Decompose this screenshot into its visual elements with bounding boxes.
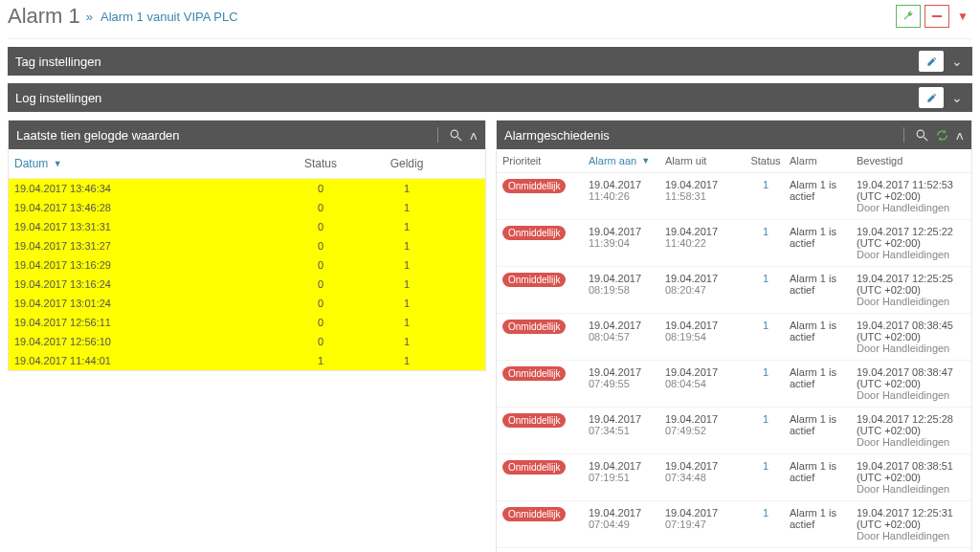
cell-prioriteit: Onmiddellijk [502, 507, 589, 521]
cell-status: 0 [263, 259, 378, 271]
priority-badge: Onmiddellijk [502, 273, 566, 287]
cell-alarm-aan: 19.04.201708:04:57 [589, 320, 665, 342]
cell-status: 0 [263, 183, 378, 194]
panel-tag-edit-button[interactable] [919, 51, 944, 72]
cell-status[interactable]: 1 [742, 179, 790, 190]
col-header-datum-label: Datum [14, 157, 48, 170]
col-header-geldig[interactable]: Geldig [378, 157, 435, 170]
card-alarm-history: Alarmgeschiedenis ʌ Prioriteit Alarm aan [496, 120, 972, 552]
table-row[interactable]: Onmiddellijk19.04.201711:40:2619.04.2017… [497, 173, 971, 220]
cell-datum: 19.04.2017 13:31:31 [14, 221, 263, 232]
search-icon[interactable] [916, 129, 928, 142]
cell-prioriteit: Onmiddellijk [502, 320, 589, 334]
table-row[interactable]: Onmiddellijk19.04.201707:49:5519.04.2017… [497, 361, 971, 408]
cell-geldig: 1 [378, 202, 435, 213]
delete-button[interactable] [924, 5, 949, 28]
more-menu-caret[interactable]: ▼ [953, 10, 972, 23]
search-icon[interactable] [450, 129, 462, 142]
cell-alarm-uit: 19.04.201711:40:22 [665, 226, 742, 249]
priority-badge: Onmiddellijk [502, 413, 566, 428]
cell-bevestigd: 19.04.2017 08:38:45 (UTC +02:00)Door Han… [857, 320, 966, 354]
cell-alarm-uit: 19.04.201707:49:52 [665, 413, 742, 436]
table-row[interactable]: 19.04.2017 13:16:2901 [9, 255, 485, 275]
panel-tag-toggle[interactable]: ⌄ [949, 54, 965, 69]
col-header-alarm-aan[interactable]: Alarm aan ▼ [589, 155, 665, 166]
table-row[interactable]: Onmiddellijk19.04.201708:19:5819.04.2017… [497, 267, 971, 314]
cell-status[interactable]: 1 [742, 273, 790, 284]
cell-status[interactable]: 1 [742, 226, 790, 237]
refresh-icon[interactable] [936, 129, 948, 142]
col-header-alarm[interactable]: Alarm [790, 155, 857, 166]
cell-alarm: Alarm 1 isactief [790, 320, 857, 342]
cell-status: 0 [263, 298, 378, 309]
cell-prioriteit: Onmiddellijk [502, 273, 589, 287]
table-row[interactable]: 19.04.2017 13:31:2701 [9, 236, 485, 255]
cell-prioriteit: Onmiddellijk [502, 366, 589, 381]
col-header-bevestigd[interactable]: Bevestigd [857, 155, 966, 166]
table-row[interactable]: 19.04.2017 13:46:2801 [9, 198, 485, 217]
priority-badge: Onmiddellijk [502, 366, 566, 381]
cell-status: 0 [263, 240, 378, 252]
table-row[interactable]: 19.04.2017 12:56:1101 [9, 313, 485, 332]
divider [437, 127, 438, 143]
cell-datum: 19.04.2017 13:31:27 [14, 240, 263, 252]
svg-line-4 [924, 137, 927, 141]
cell-alarm-aan: 19.04.201707:04:49 [589, 507, 665, 530]
cell-datum: 19.04.2017 12:56:10 [14, 336, 263, 347]
cell-bevestigd: 19.04.2017 12:25:31 (UTC +02:00)Door Han… [857, 507, 966, 541]
edit-button[interactable] [896, 5, 921, 28]
breadcrumb-sep: » [86, 10, 93, 24]
cell-alarm: Alarm 1 isactief [790, 366, 857, 389]
collapse-icon[interactable]: ʌ [470, 128, 478, 143]
col-header-alarm-uit[interactable]: Alarm uit [665, 155, 742, 166]
table-row[interactable]: 19.04.2017 13:16:2401 [9, 275, 485, 294]
cell-alarm-aan: 19.04.201707:34:51 [589, 413, 665, 436]
sort-desc-icon: ▼ [54, 159, 62, 168]
divider [903, 127, 904, 143]
cell-bevestigd: 19.04.2017 08:38:51 (UTC +02:00)Door Han… [857, 460, 966, 495]
panel-tag-title: Tag instellingen [15, 55, 101, 69]
table-row[interactable]: 19.04.2017 13:31:3101 [9, 217, 485, 236]
col-header-prioriteit[interactable]: Prioriteit [502, 155, 589, 166]
cell-datum: 19.04.2017 13:16:24 [14, 278, 263, 290]
col-header-alarm-aan-label: Alarm aan [589, 155, 636, 166]
cell-status: 0 [263, 221, 378, 232]
priority-badge: Onmiddellijk [502, 460, 566, 475]
col-header-status[interactable]: Status [742, 155, 790, 166]
cell-status[interactable]: 1 [742, 507, 790, 519]
cell-bevestigd: 19.04.2017 12:25:22 (UTC +02:00)Door Han… [857, 226, 966, 260]
table-row[interactable]: Onmiddellijk19.04.201706:49:5019.04.2017… [497, 548, 971, 552]
cell-status[interactable]: 1 [742, 413, 790, 425]
cell-status[interactable]: 1 [742, 320, 790, 331]
panel-tag-settings: Tag instellingen ⌄ [8, 47, 972, 76]
col-header-datum[interactable]: Datum ▼ [14, 157, 263, 170]
cell-alarm: Alarm 1 isactief [790, 413, 857, 436]
cell-datum: 19.04.2017 12:56:11 [14, 317, 263, 328]
table-row[interactable]: Onmiddellijk19.04.201711:39:0419.04.2017… [497, 220, 971, 267]
cell-geldig: 1 [378, 336, 435, 347]
col-header-status[interactable]: Status [263, 157, 378, 170]
table-row[interactable]: 19.04.2017 13:46:3401 [9, 179, 485, 198]
cell-datum: 19.04.2017 13:16:29 [14, 259, 263, 271]
cell-alarm-uit: 19.04.201711:58:31 [665, 179, 742, 202]
cell-datum: 19.04.2017 13:46:28 [14, 202, 263, 213]
table-row[interactable]: 19.04.2017 12:56:1001 [9, 332, 485, 351]
table-row[interactable]: Onmiddellijk19.04.201707:19:5119.04.2017… [497, 454, 971, 501]
cell-alarm-uit: 19.04.201708:04:54 [665, 366, 742, 389]
cell-prioriteit: Onmiddellijk [502, 179, 589, 193]
table-row[interactable]: Onmiddellijk19.04.201708:04:5719.04.2017… [497, 314, 971, 361]
collapse-icon[interactable]: ʌ [956, 128, 964, 143]
cell-status: 1 [263, 355, 378, 366]
table-row[interactable]: 19.04.2017 11:44:0111 [9, 351, 485, 370]
page-title: Alarm 1 [8, 4, 80, 29]
cell-geldig: 1 [378, 183, 435, 194]
cell-status[interactable]: 1 [742, 460, 790, 472]
cell-status[interactable]: 1 [742, 366, 790, 378]
cell-prioriteit: Onmiddellijk [502, 413, 589, 428]
panel-log-edit-button[interactable] [919, 87, 944, 108]
breadcrumb-subtitle[interactable]: Alarm 1 vanuit VIPA PLC [100, 10, 238, 24]
table-row[interactable]: Onmiddellijk19.04.201707:04:4919.04.2017… [497, 501, 971, 548]
table-row[interactable]: 19.04.2017 13:01:2401 [9, 294, 485, 313]
table-row[interactable]: Onmiddellijk19.04.201707:34:5119.04.2017… [497, 408, 971, 454]
panel-log-toggle[interactable]: ⌄ [949, 90, 965, 105]
